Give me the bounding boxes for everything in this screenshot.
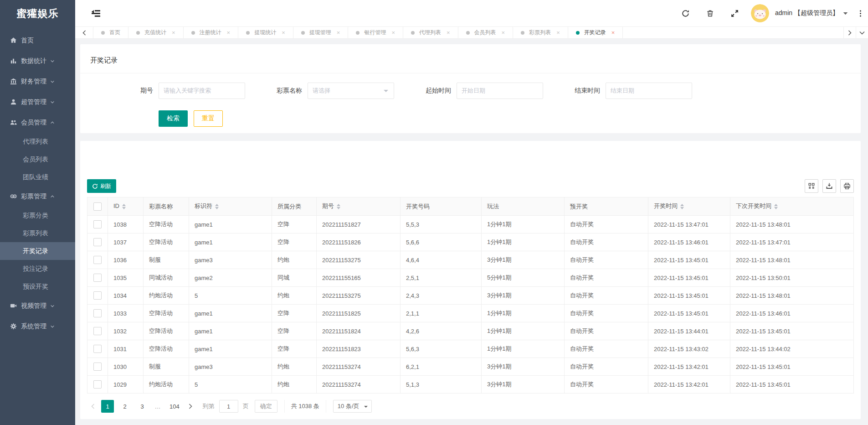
column-label: 所属分类 (277, 203, 301, 210)
filter-card: 开奖记录 期号请输入关键字搜索彩票名称请选择起始时间开始日期结束时间结束日期 检… (80, 44, 861, 133)
row-checkbox[interactable] (93, 220, 102, 228)
column-label: 彩票名称 (149, 203, 173, 210)
goto-page-input[interactable] (219, 400, 238, 413)
sidebar-item-会员管理[interactable]: 会员管理 (0, 112, 75, 133)
tab-开奖记录[interactable]: 开奖记录× (568, 27, 623, 38)
fullscreen-icon[interactable] (731, 10, 739, 17)
tab-close-icon[interactable]: × (227, 29, 231, 36)
tab-银行管理[interactable]: 银行管理× (348, 27, 403, 38)
user-menu[interactable]: admin 【超级管理员】 (775, 9, 848, 17)
next-page-icon[interactable] (185, 404, 196, 409)
tab-close-icon[interactable]: × (391, 29, 395, 36)
tabs-scroll-left-icon[interactable] (75, 27, 93, 38)
cell: 2022-11-15 13:50:01 (730, 269, 854, 287)
refresh-icon[interactable] (682, 10, 689, 17)
tab-label: 彩票列表 (529, 29, 551, 36)
filter-input-起始时间[interactable]: 开始日期 (457, 83, 543, 99)
export-button[interactable] (822, 179, 836, 193)
reset-button[interactable]: 重置 (194, 110, 223, 127)
sidebar-item-财务管理[interactable]: 财务管理 (0, 71, 75, 92)
tab-dot-icon (301, 31, 305, 35)
sidebar-subitem-投注记录[interactable]: 投注记录 (0, 260, 75, 278)
sidebar-subitem-代理列表[interactable]: 代理列表 (0, 133, 75, 150)
page-button-1[interactable]: 1 (101, 400, 114, 413)
table-row: 1038空降活动game1空降2022111518275,5,31分钟1期自动开… (87, 216, 854, 233)
confirm-button[interactable]: 确定 (255, 400, 277, 413)
tab-close-icon[interactable]: × (337, 29, 340, 36)
tab-会员列表[interactable]: 会员列表× (458, 27, 514, 38)
page-button-104[interactable]: 104 (167, 400, 182, 413)
sidebar-subitem-彩票分类[interactable]: 彩票分类 (0, 207, 75, 224)
tab-close-icon[interactable]: × (282, 29, 285, 36)
tab-close-icon[interactable]: × (611, 29, 615, 36)
print-button[interactable] (840, 179, 854, 193)
cell: 2022-11-15 13:45:01 (648, 287, 730, 305)
tab-close-icon[interactable]: × (502, 29, 505, 36)
sidebar-subitem-开奖记录[interactable]: 开奖记录 (0, 242, 75, 260)
sidebar-subitem-会员列表[interactable]: 会员列表 (0, 150, 75, 168)
tab-close-icon[interactable]: × (172, 29, 175, 36)
sidebar-nav: 首页数据统计财务管理超管管理会员管理代理列表会员列表团队业绩彩票管理彩票分类彩票… (0, 27, 75, 337)
row-checkbox[interactable] (93, 256, 102, 264)
select-all-checkbox[interactable] (93, 202, 102, 211)
avatar[interactable] (751, 4, 769, 22)
tab-彩票列表[interactable]: 彩票列表× (513, 27, 568, 38)
tab-充值统计[interactable]: 充值统计× (128, 27, 184, 38)
per-page-select[interactable]: 10 条/页 (333, 400, 372, 413)
tab-close-icon[interactable]: × (447, 29, 450, 36)
filter-group: 起始时间开始日期 (419, 83, 543, 99)
row-checkbox[interactable] (93, 309, 102, 317)
sidebar-item-数据统计[interactable]: 数据统计 (0, 51, 75, 71)
tab-close-icon[interactable]: × (556, 29, 560, 36)
topbar: admin 【超级管理员】 (75, 0, 868, 26)
tab-label: 提现管理 (309, 29, 331, 36)
tab-提现管理[interactable]: 提现管理× (293, 27, 349, 38)
tab-dot-icon (576, 31, 580, 35)
tab-首页[interactable]: 首页 (93, 27, 128, 38)
cell: 1029 (108, 376, 144, 394)
more-icon[interactable] (859, 10, 862, 17)
search-button[interactable]: 检索 (159, 110, 188, 127)
tab-提现统计[interactable]: 提现统计× (238, 27, 293, 38)
filter-input-期号[interactable]: 请输入关键字搜索 (159, 83, 245, 99)
collapse-sidebar-icon[interactable] (91, 10, 101, 17)
sidebar-item-系统管理[interactable]: 系统管理 (0, 316, 75, 337)
filter-input-结束时间[interactable]: 结束日期 (606, 83, 692, 99)
row-checkbox[interactable] (93, 345, 102, 353)
row-checkbox[interactable] (93, 380, 102, 389)
page-button-3[interactable]: 3 (136, 400, 149, 413)
sidebar-subitem-预设开奖[interactable]: 预设开奖 (0, 278, 75, 295)
sort-icon[interactable] (122, 202, 126, 211)
row-checkbox[interactable] (93, 274, 102, 282)
row-checkbox[interactable] (93, 363, 102, 371)
sidebar-item-视频管理[interactable]: 视频管理 (0, 295, 75, 316)
sidebar-item-首页[interactable]: 首页 (0, 30, 75, 51)
page-button-2[interactable]: 2 (118, 400, 131, 413)
tab-注册统计[interactable]: 注册统计× (184, 27, 239, 38)
sort-icon[interactable] (215, 202, 219, 211)
filter-select-彩票名称[interactable]: 请选择 (308, 83, 394, 99)
cell: 1036 (108, 251, 144, 269)
tabs-scroll-right-icon[interactable] (843, 27, 856, 38)
row-checkbox[interactable] (93, 291, 102, 300)
sidebar-item-超管管理[interactable]: 超管管理 (0, 92, 75, 112)
sort-icon[interactable] (774, 202, 778, 211)
row-checkbox[interactable] (93, 238, 102, 246)
row-checkbox[interactable] (93, 327, 102, 335)
sidebar-item-彩票管理[interactable]: 彩票管理 (0, 186, 75, 207)
columns-button[interactable] (805, 179, 818, 193)
sort-icon[interactable] (337, 202, 340, 211)
cell: 制服 (144, 251, 189, 269)
cell: 1037 (108, 233, 144, 251)
tabs-menu-icon[interactable] (856, 27, 868, 38)
sort-icon[interactable] (680, 202, 684, 211)
tab-代理列表[interactable]: 代理列表× (403, 27, 458, 38)
lottery-icon (10, 193, 17, 200)
tabs-strip: 首页充值统计×注册统计×提现统计×提现管理×银行管理×代理列表×会员列表×彩票列… (93, 27, 623, 38)
refresh-button[interactable]: 刷新 (87, 179, 116, 193)
sidebar-subitem-彩票列表[interactable]: 彩票列表 (0, 224, 75, 242)
trash-icon[interactable] (706, 10, 714, 17)
page-ellipsis: … (151, 400, 164, 413)
prev-page-icon[interactable] (87, 404, 99, 409)
sidebar-subitem-团队业绩[interactable]: 团队业绩 (0, 168, 75, 186)
